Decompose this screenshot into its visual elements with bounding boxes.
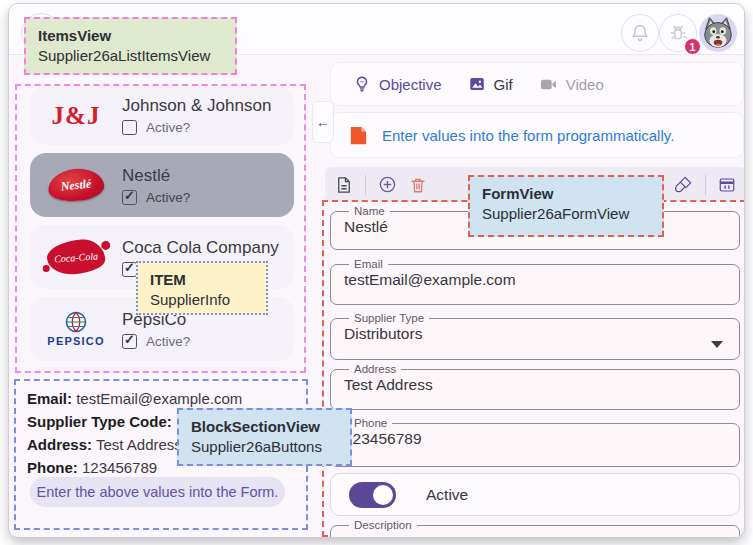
jnj-logo: J&J: [52, 102, 101, 130]
email-field[interactable]: Email testEmail@example.com: [330, 258, 740, 305]
cat-avatar-icon: [699, 14, 737, 52]
email-field-label: Email: [349, 258, 388, 270]
active-toggle-label: Active: [426, 486, 468, 504]
supplier-name: Nestlé: [122, 166, 190, 186]
form-view-annotation: FormViewSupplier26aFormView: [468, 175, 664, 237]
bug-icon: [668, 23, 688, 43]
pepsico-globe-icon: [65, 311, 87, 333]
name-field-label: Name: [349, 205, 390, 217]
paint-brush-icon: [674, 175, 693, 194]
tab-gif[interactable]: Gif: [468, 75, 513, 93]
phone-field-label: Phone: [349, 417, 392, 429]
new-document-icon: [335, 176, 353, 194]
item-annotation: ITEMSupplierInfo: [136, 261, 268, 315]
tab-video[interactable]: Video: [539, 75, 604, 94]
items-view-annotation: ItemsViewSupplier26aListItemsView: [24, 17, 237, 75]
description-field-label: Description: [349, 519, 417, 531]
address-field-label: Address: [349, 363, 401, 375]
bell-icon: [630, 23, 650, 43]
video-camera-icon: [539, 75, 558, 94]
new-record-button[interactable]: [335, 176, 353, 194]
arrow-left-icon: ←: [316, 114, 330, 130]
delete-button[interactable]: [409, 176, 427, 194]
notifications-button[interactable]: [621, 14, 659, 52]
pepsico-logo: PEPSICO: [47, 311, 104, 347]
supplier-type-label: Supplier Type: [349, 312, 429, 324]
active-checkbox[interactable]: [122, 120, 137, 135]
supplier-type-value: Distributors: [344, 325, 726, 343]
tab-objective[interactable]: Objective: [353, 75, 442, 93]
cocacola-logo: Coca-Cola: [46, 238, 106, 276]
layout-button[interactable]: [718, 176, 736, 194]
active-checkbox[interactable]: [122, 334, 137, 349]
image-icon: [468, 75, 486, 93]
user-avatar[interactable]: [699, 14, 737, 52]
lightbulb-icon: [353, 75, 371, 93]
add-button[interactable]: [378, 175, 397, 194]
nestle-logo: Nestlé: [46, 166, 105, 204]
supplier-row-partial[interactable]: [30, 367, 294, 373]
panel-layout-icon: [718, 176, 736, 194]
info-row-email: Email: testEmail@example.com: [27, 387, 242, 410]
active-toggle-row: Active: [330, 473, 740, 516]
supplier-type-select[interactable]: Supplier Type Distributors: [330, 312, 740, 360]
address-field-value: Test Address: [344, 376, 726, 394]
supplier-row-johnson[interactable]: J&J Johnson & Johnson Active?: [30, 86, 294, 145]
active-checkbox-label: Active?: [146, 334, 190, 349]
toolbar-divider: [705, 175, 706, 195]
email-field-value: testEmail@example.com: [344, 271, 726, 289]
supplier-name: Johnson & Johnson: [122, 96, 271, 116]
debug-badge: 1: [684, 38, 701, 55]
active-checkbox[interactable]: [122, 262, 137, 277]
supplier-name: Coca Cola Company: [122, 238, 279, 258]
plus-circle-icon: [378, 175, 397, 194]
description-field[interactable]: Description: [330, 519, 740, 538]
note-banner: Enter values into the form programmatica…: [330, 112, 744, 158]
phone-field-value: 123456789: [344, 430, 726, 448]
toolbar-divider: [365, 175, 366, 195]
app-window: 1 J&J: [8, 3, 745, 538]
collapse-panel-button[interactable]: ←: [312, 101, 334, 143]
fill-form-button[interactable]: Enter the above values into the Form.: [30, 477, 285, 507]
active-checkbox-label: Active?: [146, 190, 190, 205]
dropdown-caret-icon: [711, 341, 723, 348]
style-button[interactable]: [674, 175, 693, 194]
address-field[interactable]: Address Test Address: [330, 363, 740, 410]
active-checkbox-label: Active?: [146, 120, 190, 135]
active-toggle[interactable]: [349, 482, 396, 508]
supplier-row-nestle[interactable]: Nestlé Nestlé Active?: [30, 153, 294, 217]
media-tabs: Objective Gif Video: [330, 62, 744, 106]
document-icon: [347, 124, 370, 147]
phone-field[interactable]: Phone 123456789: [330, 417, 740, 467]
items-list-region: J&J Johnson & Johnson Active? Nestlé Nes…: [15, 84, 306, 373]
screen: 1 J&J: [0, 0, 753, 545]
note-text: Enter values into the form programmatica…: [382, 127, 674, 144]
active-checkbox[interactable]: [122, 190, 137, 205]
block-section-annotation: BlockSectionViewSupplier26aButtons: [177, 408, 352, 466]
trash-icon: [409, 176, 427, 194]
